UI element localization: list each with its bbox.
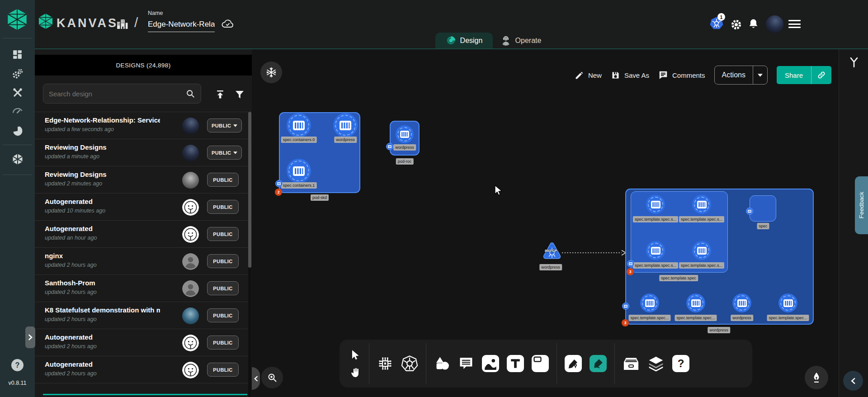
save-as-button[interactable]: Save As [611,71,649,80]
kanvas-logo-icon[interactable] [7,8,27,33]
design-list-item[interactable]: Autogenerated updated 10 minutes ago PUB… [35,193,248,220]
node-label: wordpress [393,144,416,151]
pen-path-tool[interactable] [565,355,582,372]
design-canvas[interactable]: New Save As Comments Actions Share spec.… [252,49,839,397]
visibility-badge[interactable]: PUBLIC [207,336,239,350]
design-list-item[interactable]: Reviewing Designs updated a minute ago P… [35,139,248,166]
group-spec-template-spec[interactable] [631,191,728,273]
design-list-item[interactable]: Autogenerated updated an hour ago PUBLIC [35,220,248,247]
node-container[interactable] [686,293,705,312]
actions-dropdown-caret[interactable] [753,66,767,84]
node-container[interactable] [287,113,311,137]
dashboard-icon[interactable] [0,49,35,60]
node-container[interactable] [396,125,414,143]
edge-dashed-arrow [559,248,630,257]
kubernetes-context-button[interactable]: 1 [709,16,724,33]
design-name-input[interactable] [148,19,215,32]
menu-hamburger-icon[interactable] [788,20,801,28]
components-circuit-tool[interactable] [377,355,393,372]
new-button[interactable]: New [575,71,602,80]
group-spec[interactable] [750,195,776,222]
visibility-badge[interactable]: PUBLIC [207,281,239,295]
collapse-panel-left-button[interactable] [252,367,260,390]
organization-building-icon[interactable] [116,19,128,32]
kubernetes-wheel-tool[interactable] [401,355,418,372]
resource-badge-icon[interactable] [275,180,283,187]
tab-operate-label: Operate [515,37,542,45]
import-design-icon[interactable] [215,89,226,102]
error-count-badge[interactable]: 3 [622,319,629,326]
design-list-item[interactable]: Reviewing Designs updated 2 minutes ago … [35,166,248,193]
tab-design[interactable]: Design [435,33,493,48]
help-icon[interactable]: ? [11,359,24,371]
node-container[interactable] [646,241,665,260]
node-container[interactable] [287,159,311,183]
visibility-badge[interactable]: PUBLIC [207,308,239,322]
resource-badge-icon[interactable] [386,143,393,150]
text-tool[interactable] [507,355,524,372]
lifecycle-gears-icon[interactable] [0,68,35,80]
copy-link-icon[interactable] [811,66,831,84]
design-search-box[interactable] [43,84,201,104]
node-container[interactable] [692,195,711,214]
visibility-badge[interactable]: PUBLIC [207,363,239,377]
drawer-archive-tool[interactable] [623,356,640,371]
visibility-badge[interactable]: PUBLIC [207,254,239,268]
node-container[interactable] [732,293,751,312]
configuration-tools-icon[interactable] [0,87,35,99]
select-cursor-tool[interactable] [349,349,361,361]
design-list-item[interactable]: Santhosh-Prom updated 2 hours ago PUBLIC [35,274,248,302]
layers-tool[interactable] [647,355,665,372]
visibility-badge[interactable]: PUBLIC [207,227,239,241]
pie-chart-icon[interactable] [0,125,35,137]
resource-badge-icon[interactable] [746,208,753,215]
collapse-dock-right-button[interactable] [843,371,863,391]
error-count-badge[interactable]: 2 [275,189,282,196]
visibility-badge[interactable]: PUBLIC [207,200,239,214]
visibility-badge[interactable]: PUBLIC [207,146,242,160]
error-count-badge[interactable]: 3 [627,268,634,275]
design-list-item-partial[interactable] [35,383,248,394]
image-tool[interactable] [482,355,499,372]
settings-gear-icon[interactable] [730,19,742,33]
node-container[interactable] [640,293,659,312]
design-list-item[interactable]: Autogenerated updated 2 hours ago PUBLIC [35,356,248,383]
expand-rail-button[interactable] [25,326,35,348]
pen-nib-button[interactable] [805,366,828,389]
design-list-item[interactable]: Autogenerated updated 2 hours ago PUBLIC [35,329,248,356]
resource-badge-icon[interactable] [622,302,629,310]
resource-badge-icon[interactable] [627,260,634,267]
pan-hand-tool[interactable] [349,367,361,378]
help-tool[interactable]: ? [672,355,689,372]
comment-tool[interactable] [458,356,474,371]
list-scrollbar-thumb[interactable] [248,112,251,268]
comments-button[interactable]: Comments [658,70,705,80]
search-input[interactable] [49,90,185,98]
share-split-button[interactable]: Share [777,66,831,84]
design-list-item[interactable]: Edge-Network-Relationship: Service updat… [35,112,248,139]
hexagon-icon[interactable] [0,153,35,165]
node-container[interactable] [692,241,711,260]
design-list-item[interactable]: nginx updated 2 hours ago PUBLIC [35,247,248,274]
node-container[interactable] [333,113,358,137]
filter-icon[interactable] [234,89,245,102]
performance-gauge-icon[interactable] [0,105,35,116]
design-list-item[interactable]: K8 Statefulset demonstration with mo upd… [35,302,248,329]
avatar [182,145,199,161]
hierarchy-y-icon[interactable] [848,57,860,70]
actions-split-button[interactable]: Actions [714,66,768,85]
kanvas-snowflake-icon[interactable] [260,61,282,83]
visibility-badge[interactable]: PUBLIC [207,173,239,187]
zoom-button[interactable] [261,367,283,388]
user-avatar[interactable] [766,15,783,33]
freehand-draw-tool[interactable] [590,355,607,372]
notifications-bell-icon[interactable] [748,18,759,32]
node-container[interactable] [646,195,665,214]
visibility-badge[interactable]: PUBLIC [207,118,242,132]
tab-operate[interactable]: Operate [493,33,549,48]
shapes-tool[interactable] [434,356,450,371]
node-container[interactable] [778,293,797,312]
feedback-tab[interactable]: Feedback [855,176,868,234]
note-tool[interactable] [532,355,549,372]
comment-icon [658,70,668,80]
